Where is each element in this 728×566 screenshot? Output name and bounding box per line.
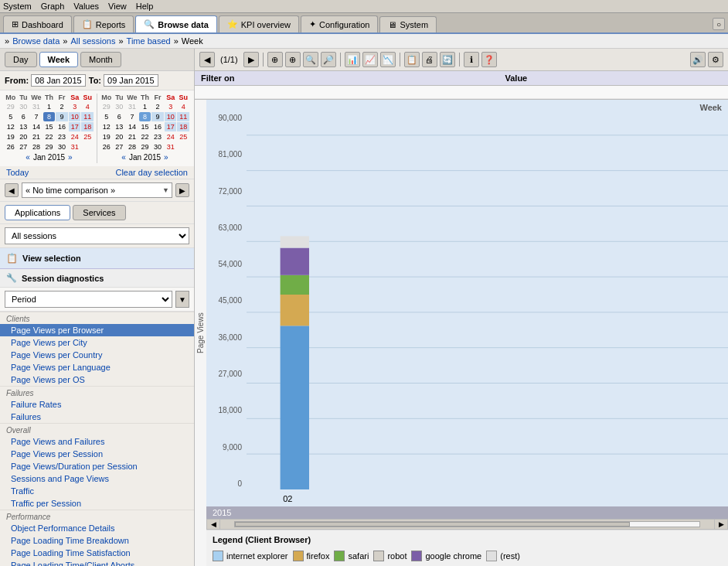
cal-to-d20[interactable]: 17 [165, 122, 177, 131]
breadcrumb-time-based[interactable]: Time based [127, 36, 171, 46]
cal-to-d19[interactable]: 16 [151, 122, 164, 131]
cal-to-d13[interactable]: 10 [165, 112, 177, 121]
cal-from-d21[interactable]: 18 [81, 122, 94, 131]
menu-help[interactable]: Help [136, 2, 154, 11]
menu-graph[interactable]: Graph [41, 2, 65, 11]
period-scroll-btn[interactable]: ▼ [175, 291, 189, 308]
list-item-page-loading-aborts[interactable]: Page Loading Time/Client Aborts [0, 559, 194, 566]
cal-to-d30[interactable]: 27 [114, 142, 126, 152]
cal-to-d27[interactable]: 24 [165, 132, 177, 142]
list-item-page-loading-satisfaction[interactable]: Page Loading Time Satisfaction [0, 547, 194, 559]
cal-from-d34[interactable]: 31 [69, 142, 81, 152]
cal-from-d3[interactable]: 31 [30, 102, 43, 111]
cal-from-d33[interactable]: 30 [56, 142, 68, 152]
cal-to-d24[interactable]: 21 [126, 132, 138, 142]
tab-system[interactable]: 🖥 System [379, 16, 437, 32]
scrollbar-track[interactable] [234, 521, 700, 527]
cal-to-d26[interactable]: 23 [151, 132, 164, 142]
cal-from-d22[interactable]: 19 [5, 132, 17, 142]
cal-from-d29[interactable]: 26 [5, 142, 17, 152]
cal-from-d13[interactable]: 10 [69, 112, 81, 121]
tb-chart3-btn[interactable]: 📉 [380, 52, 396, 67]
cal-from-d26[interactable]: 23 [56, 132, 68, 142]
cal-from-d18[interactable]: 15 [43, 122, 56, 131]
period-select[interactable]: Period [5, 294, 172, 305]
cal-from-d10[interactable]: 7 [30, 112, 43, 121]
cal-from-d8[interactable]: 5 [5, 112, 17, 121]
breadcrumb-all-sessions[interactable]: All sessions [70, 36, 115, 46]
list-item-page-views-os[interactable]: Page Views per OS [0, 373, 194, 386]
cal-from-d31[interactable]: 28 [30, 142, 43, 152]
cal-to-d25[interactable]: 22 [139, 132, 151, 142]
list-item-page-views-language[interactable]: Page Views per Language [0, 361, 194, 373]
clear-link[interactable]: Clear day selection [115, 168, 188, 177]
cal-to-d2[interactable]: 30 [114, 102, 126, 111]
cal-from-d4[interactable]: 1 [43, 102, 56, 111]
cal-from-d16[interactable]: 13 [18, 122, 30, 131]
session-select[interactable]: All sessions [5, 227, 189, 244]
cal-from-d19[interactable]: 16 [56, 122, 68, 131]
from-value[interactable]: 08 Jan 2015 [31, 74, 86, 87]
cal-from-d15[interactable]: 12 [5, 122, 17, 131]
tb-info-btn[interactable]: ℹ [464, 52, 479, 67]
list-item-page-loading-breakdown[interactable]: Page Loading Time Breakdown [0, 534, 194, 547]
list-item-page-views-session[interactable]: Page Views per Session [0, 448, 194, 460]
cal-from-d20[interactable]: 17 [69, 122, 81, 131]
scroll-right[interactable]: ▶ [714, 519, 728, 530]
list-item-sessions-page-views[interactable]: Sessions and Page Views [0, 472, 194, 485]
cal-to-d23[interactable]: 20 [114, 132, 126, 142]
scrollbar-thumb[interactable] [235, 522, 630, 527]
cal-to-d10[interactable]: 7 [126, 112, 138, 121]
menu-values[interactable]: Values [73, 2, 99, 11]
tb-zoom-out-btn[interactable]: 🔎 [321, 52, 336, 67]
list-item-page-views-duration[interactable]: Page Views/Duration per Session [0, 460, 194, 472]
tab-reports[interactable]: 📋 Reports [73, 15, 134, 32]
list-item-page-views-country[interactable]: Page Views per Country [0, 349, 194, 361]
cal-to-d1[interactable]: 29 [100, 102, 113, 111]
cal-to-d16[interactable]: 13 [114, 122, 126, 131]
list-item-page-views-browser[interactable]: Page Views per Browser [0, 324, 194, 336]
cal-from-d1[interactable]: 29 [5, 102, 17, 111]
tab-dashboard[interactable]: ⊞ Dashboard [3, 15, 72, 32]
list-item-traffic-session[interactable]: Traffic per Session [0, 497, 194, 510]
tab-day[interactable]: Day [5, 52, 37, 67]
tab-month[interactable]: Month [80, 52, 121, 67]
cal-from-prev[interactable]: « [26, 153, 30, 162]
cal-to-next[interactable]: » [164, 153, 168, 162]
cal-from-d11[interactable]: 8 [43, 112, 56, 121]
tb-chart2-btn[interactable]: 📈 [362, 52, 378, 67]
cal-from-d23[interactable]: 20 [18, 132, 30, 142]
cal-from-d6[interactable]: 3 [69, 102, 81, 111]
cal-to-d15[interactable]: 12 [100, 122, 113, 131]
tb-search-btn[interactable]: ⊕ [285, 52, 301, 67]
cal-to-d6[interactable]: 3 [165, 102, 177, 111]
tab-services[interactable]: Services [73, 205, 125, 220]
list-item-failures[interactable]: Failures [0, 411, 194, 423]
cal-to-d18[interactable]: 15 [139, 122, 151, 131]
list-item-traffic[interactable]: Traffic [0, 485, 194, 497]
scroll-left[interactable]: ◀ [206, 519, 220, 530]
cal-to-d34[interactable]: 31 [165, 142, 177, 152]
tab-config[interactable]: ✦ Configuration [301, 15, 378, 32]
cal-from-d25[interactable]: 22 [43, 132, 56, 142]
cal-to-d5[interactable]: 2 [151, 102, 164, 111]
tab-week[interactable]: Week [39, 52, 79, 67]
tb-export-btn[interactable]: 📋 [404, 52, 420, 67]
cal-from-d17[interactable]: 14 [30, 122, 43, 131]
cal-from-d32[interactable]: 29 [43, 142, 56, 152]
cal-to-d22[interactable]: 19 [100, 132, 113, 142]
cal-from-d27[interactable]: 24 [69, 132, 81, 142]
list-item-page-views-failures[interactable]: Page Views and Failures [0, 435, 194, 448]
cal-to-d17[interactable]: 14 [126, 122, 138, 131]
today-link[interactable]: Today [6, 168, 29, 177]
cal-from-d9[interactable]: 6 [18, 112, 30, 121]
list-item-page-views-city[interactable]: Page Views per City [0, 336, 194, 349]
tab-browse-data[interactable]: 🔍 Browse data [135, 15, 216, 32]
cal-to-d11[interactable]: 8 [139, 112, 151, 121]
cal-to-d32[interactable]: 29 [139, 142, 151, 152]
cal-from-d12[interactable]: 9 [56, 112, 68, 121]
list-item-obj-perf[interactable]: Object Performance Details [0, 522, 194, 534]
tab-applications[interactable]: Applications [5, 205, 70, 220]
menu-system[interactable]: System [3, 2, 32, 11]
cal-to-d21[interactable]: 18 [177, 122, 189, 131]
